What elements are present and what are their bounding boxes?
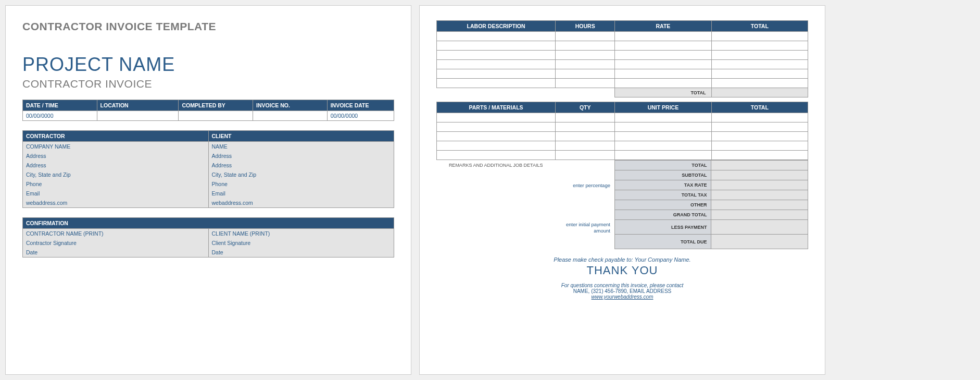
parts-cell[interactable] xyxy=(711,132,808,141)
labor-cell[interactable] xyxy=(437,60,556,69)
conf-field[interactable]: CONTRACTOR NAME (PRINT) xyxy=(23,229,209,239)
parts-cell[interactable] xyxy=(711,113,808,122)
summary-label: TOTAL xyxy=(614,161,711,170)
parts-cell[interactable] xyxy=(556,132,615,141)
parts-cell[interactable] xyxy=(437,113,556,122)
parts-cell[interactable] xyxy=(437,122,556,132)
meta-cell[interactable] xyxy=(97,111,179,121)
footer: Please make check payable to: Your Compa… xyxy=(436,256,808,300)
parts-header: TOTAL xyxy=(711,102,808,113)
meta-cell[interactable]: 00/00/0000 xyxy=(23,111,97,121)
parts-cell[interactable] xyxy=(615,151,711,160)
parts-cell[interactable] xyxy=(615,132,711,141)
labor-cell[interactable] xyxy=(711,51,808,60)
conf-field[interactable]: Contractor Signature xyxy=(23,238,209,248)
client-field[interactable]: Address xyxy=(208,151,394,161)
parts-cell[interactable] xyxy=(556,151,615,160)
labor-cell[interactable] xyxy=(615,41,711,51)
conf-field[interactable]: CLIENT NAME (PRINT) xyxy=(208,229,394,239)
labor-cell[interactable] xyxy=(615,32,711,41)
labor-cell[interactable] xyxy=(437,79,556,88)
labor-cell[interactable] xyxy=(711,69,808,79)
contractor-field[interactable]: Address xyxy=(23,151,209,161)
parts-cell[interactable] xyxy=(437,151,556,160)
summary-label: SUBTOTAL xyxy=(614,170,711,180)
contractor-field[interactable]: Email xyxy=(23,189,209,198)
client-field[interactable]: webaddress.com xyxy=(208,198,394,208)
parts-header: QTY xyxy=(556,102,615,113)
parts-cell[interactable] xyxy=(615,113,711,122)
parties-section: CONTRACTOR CLIENT COMPANY NAMENAME Addre… xyxy=(22,130,394,208)
footer-payable: Please make check payable to: Your Compa… xyxy=(436,256,808,263)
labor-cell[interactable] xyxy=(615,79,711,88)
labor-cell[interactable] xyxy=(437,41,556,51)
parts-cell[interactable] xyxy=(556,113,615,122)
conf-field[interactable]: Date xyxy=(208,248,394,258)
labor-total-label: TOTAL xyxy=(615,88,711,97)
labor-cell[interactable] xyxy=(556,51,615,60)
parts-cell[interactable] xyxy=(711,151,808,160)
contractor-field[interactable]: City, State and Zip xyxy=(23,170,209,179)
labor-cell[interactable] xyxy=(437,69,556,79)
summary-label: TOTAL TAX xyxy=(614,190,711,200)
labor-cell[interactable] xyxy=(556,79,615,88)
hint-percentage: enter percentage xyxy=(555,180,614,190)
labor-cell[interactable] xyxy=(437,51,556,60)
labor-cell[interactable] xyxy=(437,32,556,41)
labor-cell[interactable] xyxy=(556,69,615,79)
summary-label: TAX RATE xyxy=(614,180,711,190)
footer-thank: THANK YOU xyxy=(436,264,808,277)
meta-table: DATE / TIME LOCATION COMPLETED BY INVOIC… xyxy=(22,100,394,121)
meta-cell[interactable] xyxy=(253,111,328,121)
contractor-field[interactable]: Address xyxy=(23,161,209,170)
footer-contact-line2: NAME, (321) 456-7890, EMAIL ADDRESS xyxy=(436,288,808,294)
labor-cell[interactable] xyxy=(556,32,615,41)
client-field[interactable]: NAME xyxy=(208,142,394,152)
parts-cell[interactable] xyxy=(556,122,615,132)
remarks-label[interactable]: REMARKS AND ADDITIONAL JOB DETAILS xyxy=(436,161,555,249)
labor-cell[interactable] xyxy=(711,41,808,51)
meta-header: DATE / TIME xyxy=(23,100,97,111)
footer-web-link[interactable]: www.yourwebaddress.com xyxy=(592,294,654,300)
summary-value xyxy=(711,235,808,249)
parts-cell[interactable] xyxy=(556,141,615,151)
summary-value[interactable] xyxy=(711,220,808,235)
labor-cell[interactable] xyxy=(556,60,615,69)
conf-field[interactable]: Date xyxy=(23,248,209,258)
summary-value[interactable] xyxy=(711,180,808,190)
meta-header: COMPLETED BY xyxy=(179,100,253,111)
contractor-field[interactable]: COMPANY NAME xyxy=(23,142,209,152)
labor-cell[interactable] xyxy=(615,60,711,69)
client-field[interactable]: Address xyxy=(208,161,394,170)
labor-cell[interactable] xyxy=(711,60,808,69)
parts-cell[interactable] xyxy=(711,122,808,132)
labor-cell[interactable] xyxy=(615,69,711,79)
labor-table: LABOR DESCRIPTION HOURS RATE TOTAL TOTAL xyxy=(436,20,808,97)
contractor-field[interactable]: webaddress.com xyxy=(23,198,209,208)
summary-value[interactable] xyxy=(711,200,808,210)
footer-contact-line1: For questions concerning this invoice, p… xyxy=(436,283,808,288)
contractor-field[interactable]: Phone xyxy=(23,179,209,189)
invoice-subtitle: CONTRACTOR INVOICE xyxy=(22,78,394,90)
page-1: CONTRACTOR INVOICE TEMPLATE PROJECT NAME… xyxy=(5,5,411,375)
meta-cell[interactable] xyxy=(179,111,253,121)
parts-cell[interactable] xyxy=(437,132,556,141)
client-field[interactable]: Phone xyxy=(208,179,394,189)
summary-label: OTHER xyxy=(614,200,711,210)
labor-cell[interactable] xyxy=(711,79,808,88)
parts-cell[interactable] xyxy=(437,141,556,151)
summary-label: GRAND TOTAL xyxy=(614,210,711,220)
meta-cell[interactable]: 00/00/0000 xyxy=(327,111,394,121)
labor-cell[interactable] xyxy=(556,41,615,51)
labor-cell[interactable] xyxy=(711,32,808,41)
summary-value xyxy=(711,190,808,200)
client-field[interactable]: Email xyxy=(208,189,394,198)
parts-cell[interactable] xyxy=(711,141,808,151)
parts-cell[interactable] xyxy=(615,141,711,151)
parts-cell[interactable] xyxy=(615,122,711,132)
labor-cell[interactable] xyxy=(615,51,711,60)
conf-field[interactable]: Client Signature xyxy=(208,238,394,248)
meta-header: INVOICE DATE xyxy=(327,100,394,111)
labor-total-value xyxy=(711,88,808,97)
client-field[interactable]: City, State and Zip xyxy=(208,170,394,179)
